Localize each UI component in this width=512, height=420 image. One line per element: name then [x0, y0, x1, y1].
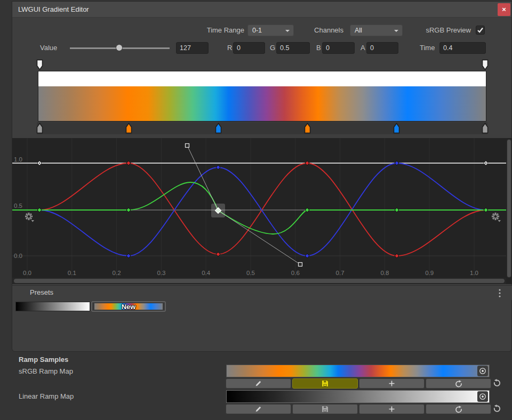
pencil-icon — [254, 379, 262, 387]
color-marker[interactable] — [125, 123, 132, 134]
left-curve-settings-gear-icon[interactable] — [25, 213, 34, 222]
save-button[interactable] — [292, 404, 358, 414]
value-slider[interactable] — [70, 42, 170, 54]
undo-button[interactable] — [492, 403, 502, 413]
undo-button[interactable] — [492, 378, 502, 387]
curve-canvas[interactable]: 1.0 0.5 0.0 0.0 0.1 0.2 0.3 0.4 0.5 0.6 … — [12, 138, 506, 284]
color-preview-bar[interactable] — [38, 86, 486, 121]
horizontal-scrollbar[interactable] — [12, 278, 506, 284]
svg-text:0.0: 0.0 — [23, 270, 31, 276]
add-icon — [388, 379, 396, 387]
edit-button[interactable] — [226, 404, 291, 414]
ramp-samples-title: Ramp Samples — [19, 356, 68, 364]
right-curve-settings-gear-icon[interactable] — [492, 213, 501, 222]
save-icon — [321, 405, 329, 413]
a-field[interactable]: 0 — [366, 42, 398, 54]
gradient-preview-frame — [38, 71, 486, 122]
refresh-icon — [454, 379, 463, 388]
srgb-ramp-buttons — [226, 378, 491, 389]
gradient-widget — [38, 58, 486, 134]
svg-text:0.7: 0.7 — [336, 270, 345, 276]
time-range-value: 0-1 — [252, 27, 262, 34]
r-field[interactable]: 0 — [233, 42, 265, 54]
color-marker[interactable] — [304, 123, 311, 134]
color-marker-strip[interactable] — [37, 122, 487, 134]
svg-text:0.5: 0.5 — [246, 270, 255, 276]
preset-grayscale[interactable] — [15, 302, 90, 311]
color-marker[interactable] — [482, 123, 489, 134]
time-field[interactable]: 0.4 — [439, 42, 486, 54]
alpha-marker[interactable] — [36, 59, 43, 70]
add-button[interactable] — [359, 404, 425, 414]
kebab-menu-icon[interactable] — [497, 288, 503, 298]
refresh-button[interactable] — [426, 404, 491, 414]
svg-text:0.0: 0.0 — [14, 253, 22, 259]
value-label: Value — [40, 42, 67, 54]
color-marker[interactable] — [36, 123, 43, 134]
value-field[interactable]: 127 — [176, 42, 209, 54]
out-tangent-handle[interactable] — [299, 263, 302, 266]
svg-text:0.5: 0.5 — [14, 203, 22, 209]
time-range-label: Time Range — [194, 25, 244, 36]
curve-editor[interactable]: 1.0 0.5 0.0 0.0 0.1 0.2 0.3 0.4 0.5 0.6 … — [12, 138, 512, 284]
presets-title: Presets — [30, 288, 53, 296]
b-field[interactable]: 0 — [322, 42, 355, 54]
undo-icon — [492, 403, 502, 413]
edit-button[interactable] — [226, 378, 291, 389]
svg-text:0.4: 0.4 — [202, 270, 211, 276]
svg-text:0.3: 0.3 — [157, 270, 165, 276]
gradient-editor-window: LWGUI Gradient Editor × Time Range 0-1 C… — [12, 1, 512, 352]
svg-text:0.2: 0.2 — [113, 270, 121, 276]
vertical-scrollbar-handle[interactable] — [507, 140, 511, 277]
chevron-down-icon — [285, 30, 290, 32]
slider-thumb[interactable] — [116, 44, 123, 51]
add-icon — [388, 405, 396, 413]
srgb-ramp-map-label: sRGB Ramp Map — [19, 367, 73, 375]
time-label: Time — [420, 42, 438, 54]
tangent-handles[interactable] — [186, 144, 302, 266]
window-title: LWGUI Gradient Editor — [18, 5, 89, 13]
presets-header: Presets — [12, 285, 512, 300]
y-axis-labels: 1.0 0.5 0.0 — [14, 156, 22, 259]
selected-key[interactable] — [211, 204, 225, 217]
svg-text:1.0: 1.0 — [470, 270, 478, 276]
time-range-dropdown[interactable]: 0-1 — [247, 25, 294, 36]
object-picker-icon[interactable] — [477, 366, 488, 376]
channels-dropdown[interactable]: All — [350, 25, 403, 36]
svg-text:0.9: 0.9 — [425, 270, 434, 276]
refresh-button[interactable] — [426, 378, 491, 389]
vertical-scrollbar[interactable] — [507, 139, 511, 278]
color-marker[interactable] — [215, 123, 222, 134]
add-button[interactable] — [359, 378, 425, 389]
alpha-marker[interactable] — [482, 59, 489, 70]
blue-curve — [12, 163, 506, 256]
red-curve — [12, 163, 506, 256]
green-curve — [12, 182, 506, 234]
title-bar[interactable]: LWGUI Gradient Editor × — [12, 2, 511, 18]
srgb-preview-label: sRGB Preview — [407, 25, 471, 36]
refresh-icon — [454, 405, 463, 414]
svg-text:1.0: 1.0 — [14, 156, 22, 163]
pencil-icon — [254, 405, 262, 413]
linear-ramp-buttons — [226, 404, 491, 414]
gradient-editor-screen: LWGUI Gradient Editor × Time Range 0-1 C… — [0, 0, 512, 420]
object-picker-icon[interactable] — [477, 391, 488, 402]
checkmark-icon — [476, 26, 484, 34]
g-label: G — [270, 42, 276, 54]
close-icon: × — [502, 5, 506, 13]
svg-text:0.6: 0.6 — [291, 270, 300, 276]
save-icon — [321, 379, 329, 387]
srgb-ramp-preview[interactable] — [226, 365, 490, 377]
preset-new[interactable]: New — [91, 301, 166, 312]
close-button[interactable]: × — [498, 3, 510, 16]
g-field[interactable]: 0.5 — [276, 42, 310, 54]
undo-icon — [492, 378, 502, 387]
color-marker[interactable] — [393, 123, 400, 134]
svg-text:0.8: 0.8 — [380, 270, 389, 276]
linear-ramp-preview[interactable] — [226, 390, 490, 403]
channels-label: Channels — [297, 25, 343, 36]
in-tangent-handle[interactable] — [186, 144, 189, 148]
srgb-preview-checkbox[interactable] — [476, 26, 485, 35]
save-button[interactable] — [292, 378, 358, 389]
alpha-preview-bar[interactable] — [38, 71, 486, 86]
